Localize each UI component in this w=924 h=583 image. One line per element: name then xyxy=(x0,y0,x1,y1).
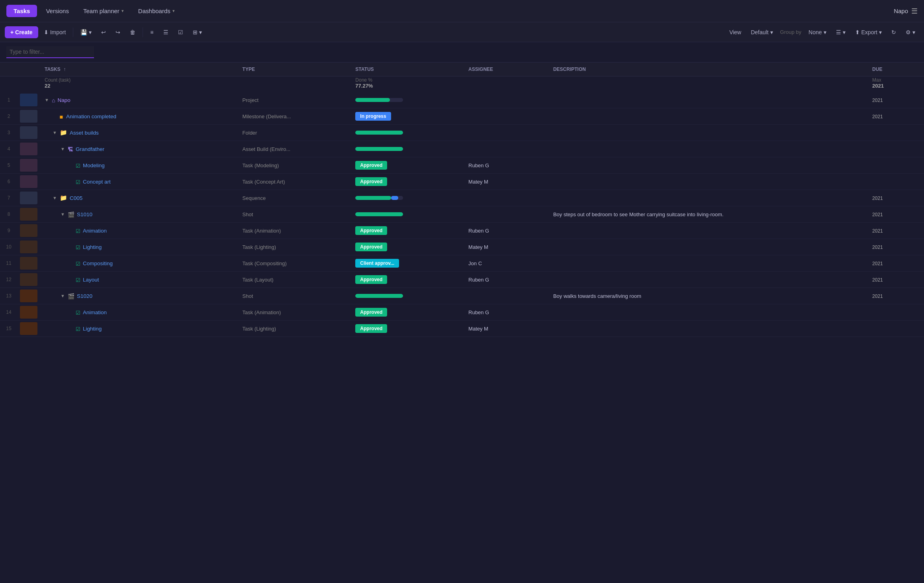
expand-icon[interactable]: ▼ xyxy=(61,212,65,217)
table-row[interactable]: 11 ☑ Compositing Task (Compositing) Clie… xyxy=(0,255,924,272)
check-view-button[interactable]: ☑ xyxy=(174,27,187,38)
task-name-link[interactable]: Compositing xyxy=(83,260,113,266)
task-name-link[interactable]: C005 xyxy=(70,195,82,201)
task-name-link[interactable]: S1010 xyxy=(77,211,92,217)
expand-icon[interactable]: ▼ xyxy=(61,293,65,298)
task-name-link[interactable]: Animation xyxy=(83,309,107,315)
col-header-due[interactable]: Due xyxy=(867,63,924,76)
table-row[interactable]: 2 ◆ Animation completed Milestone (Deliv… xyxy=(0,108,924,125)
create-button[interactable]: + Create xyxy=(5,26,38,38)
task-type-icon: ☑ xyxy=(76,244,80,250)
max-due-value: 2021 xyxy=(872,83,919,89)
table-row[interactable]: 5 ☑ Modeling Task (Modeling) Approved Ru… xyxy=(0,157,924,174)
row-task-name[interactable]: ☑ Lighting xyxy=(40,321,238,337)
export-button[interactable]: ⬆ Export ▾ xyxy=(851,27,886,38)
default-button[interactable]: Default ▾ xyxy=(747,27,777,38)
table-row[interactable]: 4 ▼ 🏗 Grandfather Asset Build (Enviro... xyxy=(0,141,924,157)
nav-dashboards[interactable]: Dashboards ▾ xyxy=(133,5,180,17)
view-button[interactable]: View xyxy=(725,27,745,38)
filter-input[interactable] xyxy=(6,46,94,58)
row-assignee: Ruben G xyxy=(464,304,548,321)
task-name-link[interactable]: Lighting xyxy=(83,244,102,250)
col-header-description[interactable]: Description xyxy=(548,63,867,76)
nav-versions[interactable]: Versions xyxy=(40,5,74,17)
compact-view-button[interactable]: ☰ xyxy=(159,27,172,38)
list-toggle-button[interactable]: ☰ ▾ xyxy=(832,27,850,38)
expand-icon[interactable]: ▼ xyxy=(53,130,57,135)
undo-button[interactable]: ↩ xyxy=(97,27,110,38)
row-task-name[interactable]: ▼ ⌂ Napo xyxy=(40,92,238,108)
expand-icon[interactable]: ▼ xyxy=(45,98,49,102)
table-row[interactable]: 8 ▼ 🎬 S1010 Shot Boy steps out of bedroo… xyxy=(0,206,924,223)
table-row[interactable]: 7 ▼ 📁 C005 Sequence 2021 xyxy=(0,190,924,206)
row-task-name[interactable]: ▼ 🎬 S1010 xyxy=(40,206,238,223)
col-header-assignee[interactable]: Assignee xyxy=(464,63,548,76)
col-header-num xyxy=(0,63,18,76)
row-task-name[interactable]: ☑ Animation xyxy=(40,304,238,321)
status-badge: In progress xyxy=(355,112,391,121)
row-number: 15 xyxy=(0,321,18,337)
group-by-label: Group by xyxy=(779,29,803,35)
grid-view-button[interactable]: ⊞ ▾ xyxy=(189,27,206,38)
expand-icon[interactable]: ▼ xyxy=(53,196,57,200)
settings-button[interactable]: ⚙ ▾ xyxy=(902,27,919,38)
table-row[interactable]: 13 ▼ 🎬 S1020 Shot Boy walks towards came… xyxy=(0,288,924,304)
row-task-name[interactable]: ☑ Animation xyxy=(40,223,238,239)
task-name-link[interactable]: Grandfather xyxy=(76,146,104,152)
col-header-tasks[interactable]: Tasks ↑ xyxy=(40,63,238,76)
nav-tasks-button[interactable]: Tasks xyxy=(6,5,37,17)
task-name-link[interactable]: Animation xyxy=(83,228,107,234)
table-row[interactable]: 10 ☑ Lighting Task (Lighting) Approved M… xyxy=(0,239,924,255)
row-number: 8 xyxy=(0,206,18,223)
row-task-name[interactable]: ▼ 📁 Asset builds xyxy=(40,125,238,141)
refresh-button[interactable]: ↻ xyxy=(887,27,900,38)
expand-icon[interactable]: ▼ xyxy=(61,147,65,151)
row-number: 6 xyxy=(0,174,18,190)
import-label: Import xyxy=(50,29,66,35)
redo-button[interactable]: ↪ xyxy=(112,27,124,38)
table-row[interactable]: 9 ☑ Animation Task (Animation) Approved … xyxy=(0,223,924,239)
table-row[interactable]: 15 ☑ Lighting Task (Lighting) Approved M… xyxy=(0,321,924,337)
row-number: 5 xyxy=(0,157,18,174)
task-name-link[interactable]: Animation completed xyxy=(66,113,116,119)
row-task-name[interactable]: ☑ Modeling xyxy=(40,157,238,174)
row-type: Milestone (Delivera... xyxy=(238,108,351,125)
task-type-icon: 📁 xyxy=(60,129,67,136)
table-row[interactable]: 1 ▼ ⌂ Napo Project 2021 xyxy=(0,92,924,108)
row-task-name[interactable]: ☑ Concept art xyxy=(40,174,238,190)
nav-team-planner[interactable]: Team planner ▾ xyxy=(78,5,129,17)
task-name-link[interactable]: Napo xyxy=(57,97,70,103)
row-type: Project xyxy=(238,92,351,108)
col-header-type[interactable]: Type xyxy=(238,63,351,76)
row-description xyxy=(548,304,867,321)
row-task-name[interactable]: ▼ 📁 C005 xyxy=(40,190,238,206)
table-row[interactable]: 12 ☑ Layout Task (Layout) Approved Ruben… xyxy=(0,272,924,288)
row-task-name[interactable]: ☑ Layout xyxy=(40,272,238,288)
row-task-name[interactable]: ▼ 🎬 S1020 xyxy=(40,288,238,304)
row-task-name[interactable]: ▼ 🏗 Grandfather xyxy=(40,141,238,157)
list-view-button[interactable]: ≡ xyxy=(146,27,157,38)
task-name-link[interactable]: Asset builds xyxy=(70,130,99,136)
row-task-name[interactable]: ☑ Compositing xyxy=(40,255,238,272)
delete-button[interactable]: 🗑 xyxy=(126,27,139,38)
table-row[interactable]: 14 ☑ Animation Task (Animation) Approved… xyxy=(0,304,924,321)
import-button[interactable]: ⬇ Import xyxy=(40,27,70,38)
team-planner-chevron-icon: ▾ xyxy=(121,8,124,14)
row-due xyxy=(867,304,924,321)
none-button[interactable]: None ▾ xyxy=(805,27,830,38)
col-header-status[interactable]: Status xyxy=(350,63,464,76)
task-name-link[interactable]: Layout xyxy=(83,277,99,283)
user-menu[interactable]: Napo ☰ xyxy=(894,7,918,16)
save-button[interactable]: 💾 ▾ xyxy=(76,27,96,38)
task-name-link[interactable]: S1020 xyxy=(77,293,92,299)
row-task-name[interactable]: ◆ Animation completed xyxy=(40,108,238,125)
row-description xyxy=(548,141,867,157)
task-type-icon: 📁 xyxy=(60,194,67,202)
task-name-link[interactable]: Lighting xyxy=(83,326,102,332)
task-name-link[interactable]: Concept art xyxy=(83,179,111,185)
view-label: View xyxy=(729,29,741,35)
task-name-link[interactable]: Modeling xyxy=(83,162,105,168)
table-row[interactable]: 3 ▼ 📁 Asset builds Folder xyxy=(0,125,924,141)
row-task-name[interactable]: ☑ Lighting xyxy=(40,239,238,255)
table-row[interactable]: 6 ☑ Concept art Task (Concept Art) Appro… xyxy=(0,174,924,190)
